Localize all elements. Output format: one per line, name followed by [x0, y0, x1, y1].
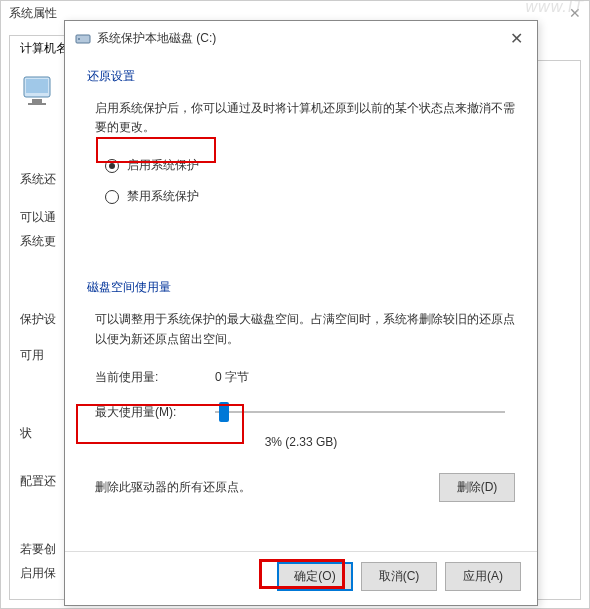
- disk-desc: 可以调整用于系统保护的最大磁盘空间。占满空间时，系统将删除较旧的还原点以便为新还…: [95, 310, 515, 348]
- parent-close-icon[interactable]: ✕: [569, 5, 581, 21]
- dialog-title: 系统保护本地磁盘 (C:): [97, 30, 506, 47]
- radio-icon: [105, 159, 119, 173]
- restore-heading: 还原设置: [87, 68, 515, 85]
- max-usage-label: 最大使用量(M):: [95, 404, 215, 421]
- system-protection-dialog: 系统保护本地磁盘 (C:) ✕ 还原设置 启用系统保护后，你可以通过及时将计算机…: [64, 20, 538, 606]
- radio-enable-label: 启用系统保护: [127, 157, 199, 174]
- svg-rect-3: [28, 103, 46, 105]
- apply-button[interactable]: 应用(A): [445, 562, 521, 591]
- slider-percent: 3% (2.33 GB): [87, 435, 515, 449]
- current-usage-label: 当前使用量:: [95, 369, 215, 386]
- drive-icon: [75, 31, 91, 47]
- delete-row: 删除此驱动器的所有还原点。 删除(D): [95, 473, 515, 502]
- max-usage-slider[interactable]: [215, 411, 505, 413]
- max-usage-row: 最大使用量(M):: [95, 404, 515, 421]
- system-protection-icon: [20, 71, 60, 111]
- radio-disable-protection[interactable]: 禁用系统保护: [105, 188, 515, 205]
- restore-desc: 启用系统保护后，你可以通过及时将计算机还原到以前的某个状态点来撤消不需要的更改。: [95, 99, 515, 137]
- radio-icon: [105, 190, 119, 204]
- parent-title: 系统属性: [9, 6, 57, 20]
- radio-disable-label: 禁用系统保护: [127, 188, 199, 205]
- radio-enable-protection[interactable]: 启用系统保护: [105, 157, 515, 174]
- disk-heading: 磁盘空间使用量: [87, 279, 515, 296]
- dialog-footer: 确定(O) 取消(C) 应用(A): [65, 551, 537, 605]
- svg-point-5: [78, 38, 80, 40]
- dialog-body: 还原设置 启用系统保护后，你可以通过及时将计算机还原到以前的某个状态点来撤消不需…: [65, 56, 537, 514]
- current-usage-value: 0 字节: [215, 369, 249, 386]
- current-usage-row: 当前使用量: 0 字节: [95, 369, 515, 386]
- delete-button[interactable]: 删除(D): [439, 473, 515, 502]
- delete-text: 删除此驱动器的所有还原点。: [95, 479, 251, 496]
- dialog-titlebar: 系统保护本地磁盘 (C:) ✕: [65, 21, 537, 56]
- svg-rect-1: [26, 79, 48, 93]
- slider-thumb[interactable]: [219, 402, 229, 422]
- close-icon[interactable]: ✕: [506, 29, 527, 48]
- restore-radio-group: 启用系统保护 禁用系统保护: [105, 157, 515, 205]
- cancel-button[interactable]: 取消(C): [361, 562, 437, 591]
- svg-rect-2: [32, 99, 42, 103]
- ok-button[interactable]: 确定(O): [277, 562, 353, 591]
